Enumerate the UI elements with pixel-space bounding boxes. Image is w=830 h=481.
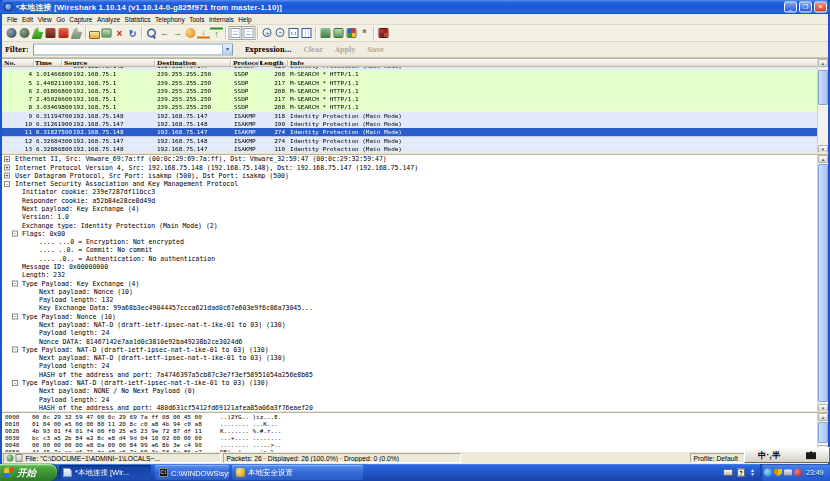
- detail-line[interactable]: Next payload: NAT-D (draft-ietf-ipsec-na…: [2, 321, 828, 329]
- minimize-button[interactable]: _: [784, 2, 797, 13]
- detail-line[interactable]: Next payload: Nonce (10): [2, 288, 828, 296]
- packet-row-5[interactable]: 51.44821100192.168.75.1239.255.255.250SS…: [2, 78, 817, 86]
- start-capture-icon[interactable]: [32, 27, 44, 39]
- close-file-icon[interactable]: [113, 27, 126, 40]
- go-bottom-icon[interactable]: [197, 28, 210, 39]
- menu-internals[interactable]: Internals: [209, 15, 234, 23]
- detail-line[interactable]: .... ...0 = Encryption: Not encrypted: [2, 238, 828, 246]
- go-top-icon[interactable]: [210, 28, 223, 39]
- column-header-info[interactable]: Info: [290, 59, 304, 67]
- restart-capture-icon[interactable]: [59, 28, 69, 38]
- colorize-icon[interactable]: [231, 28, 241, 38]
- scroll-thumb[interactable]: [818, 164, 828, 402]
- go-back-icon[interactable]: [158, 27, 171, 40]
- ime-toolbar[interactable]: 中·,半: [744, 447, 830, 463]
- column-header-destination[interactable]: Destination: [157, 59, 196, 67]
- detail-line[interactable]: Nonce DATA: 81467142e7aa1d0c3810e92ba492…: [2, 337, 828, 345]
- detail-line[interactable]: -Type Payload: Nonce (10): [2, 312, 828, 320]
- zoom-out-icon[interactable]: [274, 27, 287, 40]
- packet-row-9[interactable]: 96.31194700192.168.75.148192.168.75.147I…: [2, 111, 817, 119]
- details-scrollbar[interactable]: ▲ ▼: [817, 155, 828, 411]
- stop-capture-icon[interactable]: [46, 28, 56, 38]
- activity-tray-icon[interactable]: ▲▼: [749, 469, 756, 477]
- detail-line[interactable]: Payload length: 24: [2, 362, 828, 370]
- packet-row-7[interactable]: 72.45026600192.168.75.1239.255.255.250SS…: [2, 95, 817, 103]
- menu-edit[interactable]: Edit: [22, 15, 33, 23]
- capture-options-icon[interactable]: [20, 28, 30, 38]
- packet-row-10[interactable]: 106.31261900192.168.75.147192.168.75.148…: [2, 120, 817, 128]
- column-header-no[interactable]: No.: [4, 59, 15, 67]
- menu-telephony[interactable]: Telephony: [155, 15, 185, 23]
- detail-line[interactable]: Responder cookie: a52b84e28ce8d49d: [2, 196, 828, 204]
- hex-row-0000[interactable]: 000000 0c 29 32 59 47 00 0c 29 69 7a ff …: [2, 413, 828, 420]
- device-tray-icon[interactable]: [784, 470, 792, 476]
- hex-row-0030[interactable]: 0030bc c3 a5 2b 84 e2 8c e8 d4 9d 04 10 …: [2, 434, 828, 441]
- packet-row-6[interactable]: 62.01806800192.168.75.1239.255.255.250SS…: [2, 87, 817, 95]
- collapse-icon[interactable]: -: [4, 181, 10, 187]
- capture-filters-icon[interactable]: [321, 28, 331, 38]
- autoscroll-icon[interactable]: [244, 28, 254, 38]
- detail-line[interactable]: Payload length: 24: [2, 395, 828, 403]
- messenger-tray-icon[interactable]: [764, 469, 772, 477]
- expand-icon[interactable]: +: [4, 164, 10, 170]
- reload-icon[interactable]: [126, 27, 139, 40]
- scroll-thumb[interactable]: [818, 422, 828, 443]
- menu-file[interactable]: File: [7, 15, 17, 23]
- save-button[interactable]: Save: [367, 46, 384, 54]
- detail-line[interactable]: Exchange type: Identity Protection (Main…: [2, 221, 828, 229]
- expand-icon[interactable]: +: [4, 156, 10, 162]
- restore-button[interactable]: ❐: [799, 2, 812, 13]
- detail-line[interactable]: Length: 232: [2, 271, 828, 279]
- packet-row-12[interactable]: 126.32684300192.168.75.147192.168.75.148…: [2, 136, 817, 144]
- detail-line[interactable]: Message ID: 0x00000000: [2, 263, 828, 271]
- filter-dropdown-arrow[interactable]: ▾: [222, 45, 232, 55]
- detail-line[interactable]: -Type Payload: Key Exchange (4): [2, 279, 828, 287]
- collapse-icon[interactable]: -: [12, 347, 18, 353]
- preferences-icon[interactable]: [358, 27, 371, 40]
- resize-columns-icon[interactable]: [302, 28, 312, 38]
- detail-line[interactable]: +User Datagram Protocol, Src Port: isakm…: [2, 172, 828, 180]
- expert-info-icon[interactable]: [7, 455, 14, 462]
- annotation-icon[interactable]: [16, 454, 23, 462]
- detail-line[interactable]: HASH of the address and port: 7a4746397a…: [2, 371, 828, 379]
- menu-analyze[interactable]: Analyze: [97, 15, 120, 23]
- hex-row-0010[interactable]: 001001 04 00 e5 00 00 80 11 20 8c c0 a8 …: [2, 420, 828, 427]
- detail-line[interactable]: .... ..0. = Commit: No commit: [2, 246, 828, 254]
- save-file-icon[interactable]: [102, 29, 112, 38]
- packet-row-11[interactable]: 116.31827500192.168.75.148192.168.75.147…: [2, 128, 817, 136]
- apply-button[interactable]: Apply: [335, 46, 355, 54]
- detail-line[interactable]: Next payload: NAT-D (draft-ietf-ipsec-na…: [2, 354, 828, 362]
- packet-row-8[interactable]: 83.03469800192.168.75.1239.255.255.250SS…: [2, 103, 817, 111]
- menu-help[interactable]: Help: [238, 15, 251, 23]
- detail-line[interactable]: Payload length: 132: [2, 296, 828, 304]
- detail-line[interactable]: Initiator cookie: 239e7287df11bcc3: [2, 188, 828, 196]
- packet-row-4[interactable]: 41.01466800192.168.75.1239.255.255.250SS…: [2, 70, 817, 78]
- collapse-icon[interactable]: -: [12, 231, 18, 237]
- detail-line[interactable]: Key Exchange Data: 99a68b3ec49044457ccca…: [2, 304, 828, 312]
- alert-tray-icon[interactable]: [794, 469, 802, 477]
- column-header-source[interactable]: Source: [64, 59, 87, 67]
- task-button-1[interactable]: C:\C:\WINDOWS\syste...: [155, 465, 229, 480]
- detail-line[interactable]: +Internet Protocol Version 4, Src: 192.1…: [2, 163, 828, 171]
- security-shield-tray-icon[interactable]: [774, 469, 782, 477]
- detail-line[interactable]: Payload length: 24: [2, 329, 828, 337]
- ime-mode-text[interactable]: 中·,半: [758, 449, 780, 461]
- list-interfaces-icon[interactable]: [7, 28, 17, 38]
- scroll-down-arrow[interactable]: ▼: [818, 404, 828, 411]
- menu-statistics[interactable]: Statistics: [125, 15, 151, 23]
- detail-line[interactable]: HASH of the address and port: 480d631cf5…: [2, 404, 828, 411]
- zoom-100-icon[interactable]: [289, 28, 299, 38]
- help-tray-icon[interactable]: ?: [737, 469, 745, 477]
- task-button-0[interactable]: *本地连接 [Wir...: [59, 465, 151, 480]
- menu-capture[interactable]: Capture: [69, 15, 92, 23]
- keyboard-tray-icon[interactable]: [723, 469, 733, 476]
- expression-button[interactable]: Expression...: [245, 46, 292, 54]
- ime-keyboard-icon[interactable]: [806, 451, 816, 460]
- status-profile[interactable]: Profile: Default: [694, 454, 738, 462]
- scroll-up-arrow[interactable]: ▲: [818, 59, 828, 67]
- find-packet-icon[interactable]: [145, 27, 158, 40]
- detail-line[interactable]: .... .0.. = Authentication: No authentic…: [2, 254, 828, 262]
- start-button[interactable]: 开始: [0, 464, 57, 481]
- detail-line[interactable]: -Type Payload: NAT-D (draft-ietf-ipsec-n…: [2, 346, 828, 354]
- go-to-packet-icon[interactable]: [186, 28, 196, 38]
